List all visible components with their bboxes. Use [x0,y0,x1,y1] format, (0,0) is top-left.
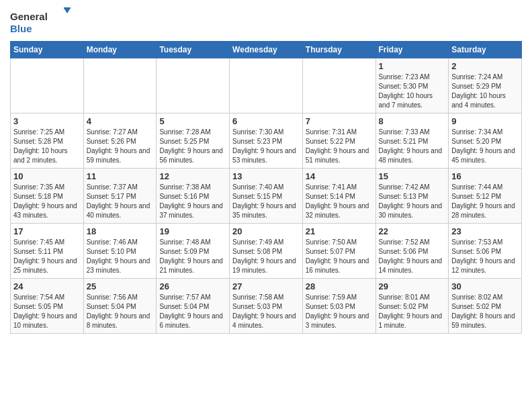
calendar-day-cell: 6Sunrise: 7:30 AM Sunset: 5:23 PM Daylig… [230,113,303,169]
main-container: General Blue SundayMondayTuesdayWednesda… [0,0,532,340]
day-number: 29 [379,281,446,291]
calendar-day-cell: 20Sunrise: 7:49 AM Sunset: 5:08 PM Dayli… [230,224,303,279]
calendar-day-cell: 10Sunrise: 7:35 AM Sunset: 5:18 PM Dayli… [11,169,84,224]
day-info: Sunrise: 7:34 AM Sunset: 5:20 PM Dayligh… [451,128,519,165]
calendar-day-cell: 28Sunrise: 7:59 AM Sunset: 5:03 PM Dayli… [302,279,375,334]
calendar-header: SundayMondayTuesdayWednesdayThursdayFrid… [11,42,522,58]
day-number: 20 [232,226,300,236]
weekday-header: Saturday [449,42,522,58]
day-info: Sunrise: 7:41 AM Sunset: 5:14 PM Dayligh… [306,183,373,220]
calendar-day-cell: 26Sunrise: 7:57 AM Sunset: 5:04 PM Dayli… [157,279,230,334]
calendar-table: SundayMondayTuesdayWednesdayThursdayFrid… [10,41,522,334]
day-info: Sunrise: 7:59 AM Sunset: 5:03 PM Dayligh… [306,293,373,330]
calendar-week-row: 3Sunrise: 7:25 AM Sunset: 5:28 PM Daylig… [11,113,522,169]
day-info: Sunrise: 7:58 AM Sunset: 5:03 PM Dayligh… [232,293,300,330]
day-info: Sunrise: 7:42 AM Sunset: 5:13 PM Dayligh… [379,183,446,220]
day-info: Sunrise: 7:28 AM Sunset: 5:25 PM Dayligh… [159,128,226,165]
calendar-day-cell: 30Sunrise: 8:02 AM Sunset: 5:02 PM Dayli… [449,279,522,334]
day-info: Sunrise: 7:25 AM Sunset: 5:28 PM Dayligh… [13,128,81,165]
day-number: 19 [159,226,226,236]
calendar-day-cell: 3Sunrise: 7:25 AM Sunset: 5:28 PM Daylig… [11,113,84,169]
day-number: 13 [232,171,300,181]
day-info: Sunrise: 7:53 AM Sunset: 5:06 PM Dayligh… [451,238,519,275]
day-info: Sunrise: 7:27 AM Sunset: 5:26 PM Dayligh… [87,128,154,165]
day-number: 12 [159,171,226,181]
day-number: 26 [159,281,226,291]
calendar-day-cell: 25Sunrise: 7:56 AM Sunset: 5:04 PM Dayli… [83,279,157,334]
calendar-day-cell: 14Sunrise: 7:41 AM Sunset: 5:14 PM Dayli… [302,169,375,224]
day-number: 22 [379,226,446,236]
calendar-day-cell: 24Sunrise: 7:54 AM Sunset: 5:05 PM Dayli… [11,279,84,334]
calendar-day-cell: 4Sunrise: 7:27 AM Sunset: 5:26 PM Daylig… [83,113,157,169]
day-info: Sunrise: 7:46 AM Sunset: 5:10 PM Dayligh… [87,238,154,275]
calendar-day-cell: 27Sunrise: 7:58 AM Sunset: 5:03 PM Dayli… [230,279,303,334]
day-info: Sunrise: 7:35 AM Sunset: 5:18 PM Dayligh… [13,183,81,220]
day-number: 9 [451,116,519,126]
weekday-header: Thursday [302,42,375,58]
day-info: Sunrise: 8:01 AM Sunset: 5:02 PM Dayligh… [379,293,446,330]
day-number: 14 [306,171,373,181]
calendar-day-cell [157,58,230,113]
weekday-header: Wednesday [230,42,303,58]
svg-text:General: General [10,11,48,22]
calendar-day-cell: 29Sunrise: 8:01 AM Sunset: 5:02 PM Dayli… [375,279,449,334]
weekday-header: Monday [83,42,157,58]
calendar-day-cell: 7Sunrise: 7:31 AM Sunset: 5:22 PM Daylig… [302,113,375,169]
calendar-day-cell: 22Sunrise: 7:52 AM Sunset: 5:06 PM Dayli… [375,224,449,279]
day-info: Sunrise: 7:37 AM Sunset: 5:17 PM Dayligh… [87,183,154,220]
day-info: Sunrise: 7:30 AM Sunset: 5:23 PM Dayligh… [232,128,300,165]
calendar-day-cell: 5Sunrise: 7:28 AM Sunset: 5:25 PM Daylig… [157,113,230,169]
weekday-header: Friday [375,42,449,58]
day-number: 24 [13,281,81,291]
day-number: 4 [87,116,154,126]
day-number: 6 [232,116,300,126]
calendar-day-cell: 12Sunrise: 7:38 AM Sunset: 5:16 PM Dayli… [157,169,230,224]
day-info: Sunrise: 7:24 AM Sunset: 5:29 PM Dayligh… [451,73,519,110]
calendar-week-row: 17Sunrise: 7:45 AM Sunset: 5:11 PM Dayli… [11,224,522,279]
day-number: 28 [306,281,373,291]
day-number: 10 [13,171,81,181]
day-info: Sunrise: 7:54 AM Sunset: 5:05 PM Dayligh… [13,293,81,330]
day-number: 1 [379,61,446,71]
calendar-day-cell: 8Sunrise: 7:33 AM Sunset: 5:21 PM Daylig… [375,113,449,169]
calendar-day-cell [83,58,157,113]
day-number: 16 [451,171,519,181]
calendar-day-cell: 18Sunrise: 7:46 AM Sunset: 5:10 PM Dayli… [83,224,157,279]
day-info: Sunrise: 7:38 AM Sunset: 5:16 PM Dayligh… [159,183,226,220]
logo-svg: General Blue [10,7,71,37]
calendar-body: 1Sunrise: 7:23 AM Sunset: 5:30 PM Daylig… [11,58,522,334]
calendar-week-row: 24Sunrise: 7:54 AM Sunset: 5:05 PM Dayli… [11,279,522,334]
weekday-header: Tuesday [157,42,230,58]
day-number: 30 [451,281,519,291]
day-info: Sunrise: 7:48 AM Sunset: 5:09 PM Dayligh… [159,238,226,275]
svg-marker-1 [64,8,71,13]
calendar-day-cell: 13Sunrise: 7:40 AM Sunset: 5:15 PM Dayli… [230,169,303,224]
day-number: 17 [13,226,81,236]
day-number: 2 [451,61,519,71]
day-info: Sunrise: 7:57 AM Sunset: 5:04 PM Dayligh… [159,293,226,330]
day-number: 5 [159,116,226,126]
calendar-week-row: 1Sunrise: 7:23 AM Sunset: 5:30 PM Daylig… [11,58,522,113]
day-number: 25 [87,281,154,291]
day-info: Sunrise: 7:40 AM Sunset: 5:15 PM Dayligh… [232,183,300,220]
weekday-header: Sunday [11,42,84,58]
day-info: Sunrise: 7:52 AM Sunset: 5:06 PM Dayligh… [379,238,446,275]
day-number: 3 [13,116,81,126]
calendar-day-cell: 1Sunrise: 7:23 AM Sunset: 5:30 PM Daylig… [375,58,449,113]
calendar-day-cell [302,58,375,113]
day-info: Sunrise: 7:44 AM Sunset: 5:12 PM Dayligh… [451,183,519,220]
calendar-day-cell [230,58,303,113]
day-number: 15 [379,171,446,181]
day-number: 8 [379,116,446,126]
day-number: 23 [451,226,519,236]
header-row: SundayMondayTuesdayWednesdayThursdayFrid… [11,42,522,58]
calendar-day-cell: 17Sunrise: 7:45 AM Sunset: 5:11 PM Dayli… [11,224,84,279]
calendar-day-cell: 23Sunrise: 7:53 AM Sunset: 5:06 PM Dayli… [449,224,522,279]
day-info: Sunrise: 7:23 AM Sunset: 5:30 PM Dayligh… [379,73,446,110]
day-info: Sunrise: 7:31 AM Sunset: 5:22 PM Dayligh… [306,128,373,165]
logo: General Blue [10,7,71,37]
calendar-day-cell [11,58,84,113]
day-number: 18 [87,226,154,236]
day-info: Sunrise: 7:50 AM Sunset: 5:07 PM Dayligh… [306,238,373,275]
day-number: 21 [306,226,373,236]
